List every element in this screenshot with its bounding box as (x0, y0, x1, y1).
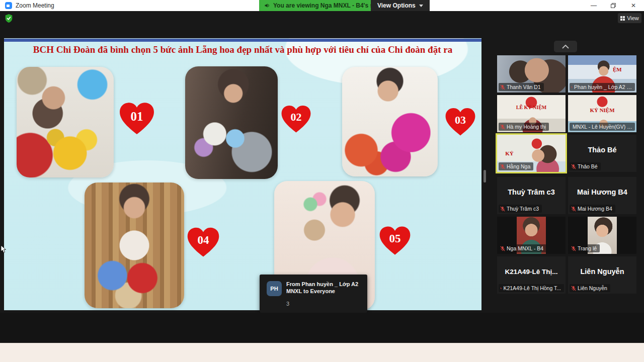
title-bar: Zoom Meeting You are viewing Nga MNXL - … (0, 0, 644, 11)
heart-badge-01: 01 (118, 102, 155, 136)
muted-mic-icon (500, 124, 505, 130)
zoom-app-icon (5, 2, 12, 9)
participant-tile-hang-nga-active-speaker[interactable]: KỶ Hằng Nga (497, 135, 566, 172)
muted-mic-icon (500, 84, 505, 90)
participant-name-label: Liên Nguyễn (570, 284, 610, 292)
banner-text: LỄ KỶ NIỆM (497, 105, 566, 110)
participant-tile-nga-mnxl[interactable]: Nga MNXL - B4 (497, 217, 566, 254)
heart-badge-03: 03 (444, 107, 476, 137)
heart-badge-05: 05 (378, 225, 412, 257)
participant-display-name: Thảo Bé (568, 146, 636, 154)
participant-display-name: K21A49-Lê Thị... (497, 267, 566, 275)
participant-tile-lien-nguyen[interactable]: Liên Nguyễn Liên Nguyễn (568, 256, 636, 294)
muted-mic-icon (571, 164, 576, 169)
restore-icon (611, 3, 616, 8)
muted-mic-icon (571, 206, 576, 212)
muted-mic-icon (500, 206, 505, 212)
speaker-icon (264, 3, 270, 9)
participant-name-label: Phan huyền _ Lớp A2 … (570, 83, 635, 91)
gallery-view-button[interactable]: View (618, 13, 641, 23)
minimize-button[interactable]: — (584, 0, 603, 11)
zoom-meeting-window: Zoom Meeting You are viewing Nga MNXL - … (0, 0, 644, 362)
contest-photo-01 (17, 67, 114, 177)
participant-display-name: Thuỳ Trâm c3 (497, 188, 566, 196)
view-options-label: View Options (377, 2, 416, 9)
view-button-label: View (627, 15, 639, 21)
avatar: PH (267, 281, 282, 296)
chevron-up-icon (562, 45, 569, 49)
participant-name-label: Hằng Nga (499, 162, 533, 170)
security-shield-icon[interactable] (5, 14, 13, 23)
participant-tile-ha-my[interactable]: LỄ KỶ NIỆM Hà my Hoàng thị (497, 95, 566, 132)
participant-tile-phan-huyen[interactable]: ỆM Phan huyền _ Lớp A2 … (568, 55, 636, 93)
shared-screen-content: BCH Chi Đoàn đã bình chọn 5 bức ảnh Lẵng… (4, 38, 481, 310)
contest-photo-02 (185, 66, 278, 179)
muted-mic-icon (500, 286, 502, 291)
participant-tile-k21a49[interactable]: K21A49-Lê Thị... K21A49-Lê Thị Hồng T... (497, 256, 566, 294)
maximize-button[interactable] (604, 0, 623, 11)
participant-tile-trang-le[interactable]: Trang lê (568, 217, 636, 254)
chevron-down-icon (419, 5, 423, 7)
participant-tile-thuy-tram[interactable]: Thuỳ Trâm c3 Thuỳ Trâm c3 (497, 177, 566, 214)
contest-photo-03 (342, 67, 438, 176)
view-options-button[interactable]: View Options (371, 0, 430, 11)
participant-name-label: Thanh Vân D1 (499, 83, 544, 91)
participant-tile-mnxl-le-huyen[interactable]: KỶ NIỆM MNXL - Lê Huyền(GV) … (568, 95, 636, 132)
participant-name-label: Nga MNXL - B4 (499, 244, 546, 252)
muted-mic-icon (571, 84, 573, 90)
participant-name-label: Thảo Bé (570, 162, 601, 170)
banner-text: KỶ (497, 150, 543, 156)
chat-popup-message: 3 (286, 301, 289, 307)
participant-display-name: Mai Hương B4 (568, 188, 636, 196)
banner-text: KỶ NIỆM (568, 107, 636, 113)
participant-name-label: K21A49-Lê Thị Hồng T... (499, 284, 564, 292)
muted-mic-icon (500, 246, 505, 251)
window-title: Zoom Meeting (16, 2, 54, 9)
banner-text: ỆM (583, 66, 636, 72)
participant-name-label: Trang lê (570, 244, 600, 252)
participant-tile-mai-huong[interactable]: Mai Hương B4 Mai Hương B4 (568, 177, 636, 214)
muted-mic-icon (571, 286, 576, 291)
participant-name-label: Mai Hương B4 (570, 205, 615, 213)
collapse-gallery-button[interactable] (554, 41, 577, 52)
participant-name-label: MNXL - Lê Huyền(GV) … (570, 123, 635, 131)
mouse-cursor (1, 245, 7, 253)
chat-popup-header: From Phan huyền _ Lớp A2 MNXL to Everyon… (286, 281, 364, 295)
muted-mic-icon (571, 246, 576, 251)
participant-tile-thao-be[interactable]: Thảo Bé Thảo Bé (568, 135, 636, 172)
participant-tile-thanh-van[interactable]: Thanh Vân D1 (497, 55, 566, 93)
heart-badge-02: 02 (280, 104, 312, 134)
grid-view-icon (620, 16, 625, 21)
heart-badge-04: 04 (186, 226, 220, 259)
sidebar-scrollbar-thumb[interactable] (484, 170, 486, 183)
contest-photo-04 (85, 183, 184, 308)
slide-top-border (4, 39, 481, 42)
participant-name-label: Thuỳ Trâm c3 (499, 205, 542, 213)
windows-taskbar: 5+ Ps P (0, 343, 644, 362)
chat-notification-popup[interactable]: PH From Phan huyền _ Lớp A2 MNXL to Ever… (260, 275, 367, 313)
participant-name-label: Hà my Hoàng thị (499, 123, 549, 131)
participant-display-name: Liên Nguyễn (568, 267, 636, 276)
close-button[interactable]: ✕ (624, 0, 643, 11)
slide-title: BCH Chi Đoàn đã bình chọn 5 bức ảnh Lẵng… (4, 44, 481, 55)
muted-mic-icon (500, 164, 505, 169)
meeting-toolbar: Unmute Stop Video Participants 24 (0, 313, 644, 343)
